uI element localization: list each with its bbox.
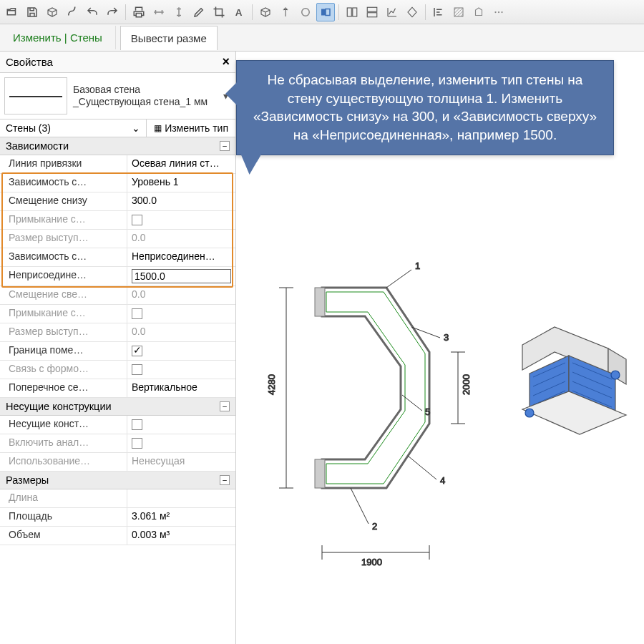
property-row[interactable]: Площадь3.061 м²	[0, 508, 235, 527]
close-icon[interactable]: ×	[222, 54, 230, 69]
property-name: Примыкание с…	[0, 211, 127, 229]
property-value[interactable]	[127, 305, 235, 323]
shape-icon[interactable]	[469, 3, 488, 21]
property-name: Поперечное се…	[0, 379, 127, 397]
tag-3: 3	[444, 332, 449, 343]
checkbox[interactable]	[132, 346, 142, 356]
tag-4: 4	[440, 475, 445, 486]
property-row[interactable]: Примыкание с…	[0, 305, 235, 323]
property-input[interactable]	[132, 269, 231, 283]
panel-header: Свойства ×	[0, 52, 235, 73]
property-name: Размер выступ…	[0, 323, 127, 341]
svg-rect-4	[347, 8, 351, 16]
property-value[interactable]: 0.0	[127, 323, 235, 341]
text-icon[interactable]: A	[230, 3, 248, 21]
svg-point-9	[494, 11, 496, 12]
checkbox	[132, 364, 142, 375]
property-row[interactable]: Зависимость с…Неприсоединен…	[0, 248, 235, 267]
category-structural[interactable]: Несущие конструкции–	[0, 398, 235, 416]
property-row[interactable]: Включить анал…	[0, 434, 235, 453]
property-value[interactable]	[127, 434, 235, 452]
property-row[interactable]: Смещение снизу300.0	[0, 192, 235, 211]
pencil-icon[interactable]	[190, 3, 208, 21]
save-icon[interactable]	[23, 3, 42, 21]
property-name: Смещение снизу	[0, 192, 127, 210]
property-value[interactable]	[127, 416, 235, 434]
property-row[interactable]: Связь с формо…	[0, 361, 235, 379]
category-constraints[interactable]: Зависимости–	[0, 137, 235, 155]
ribbon-tab-modify[interactable]: Изменить | Стены	[0, 26, 116, 49]
property-row[interactable]: Смещение све…0.0	[0, 286, 235, 305]
property-name: Несущие конст…	[0, 416, 127, 434]
align-left-icon[interactable]	[429, 3, 448, 21]
property-name: Зависимость с…	[0, 248, 127, 266]
split2-icon[interactable]	[363, 3, 381, 21]
more-icon[interactable]	[489, 3, 508, 21]
pipe-icon[interactable]	[63, 3, 82, 21]
property-row[interactable]: Несущие конст…	[0, 416, 235, 434]
property-value[interactable]: Вертикальное	[127, 379, 235, 397]
hatch-icon[interactable]	[449, 3, 468, 21]
property-name: Включить анал…	[0, 434, 127, 452]
property-row[interactable]: Размер выступ…0.0	[0, 323, 235, 342]
checkbox[interactable]	[132, 419, 142, 430]
crop-icon[interactable]	[210, 3, 228, 21]
redo-icon[interactable]	[103, 3, 122, 21]
property-value[interactable]	[127, 342, 235, 360]
property-name: Объем	[0, 527, 127, 545]
property-row[interactable]: Граница поме…	[0, 342, 235, 361]
svg-rect-2	[321, 9, 326, 15]
property-name: Длина	[0, 489, 127, 507]
category-dimensions[interactable]: Размеры–	[0, 472, 235, 489]
cube2-icon[interactable]	[256, 3, 275, 21]
graph-icon[interactable]	[383, 3, 401, 21]
property-value[interactable]	[127, 361, 235, 379]
type-name: Базовая стена _Существующая стена_1 мм	[73, 84, 220, 109]
ribbon-tab-dimension[interactable]: Вывести разме	[120, 26, 218, 50]
diamond-icon[interactable]	[403, 3, 421, 21]
property-value[interactable]: 0.003 м³	[127, 527, 235, 545]
cube-icon[interactable]	[43, 3, 62, 21]
property-value[interactable]: 0.0	[127, 286, 235, 304]
arrow-icon[interactable]	[276, 3, 295, 21]
open-icon[interactable]	[3, 3, 21, 21]
iso-drawing	[501, 295, 637, 452]
property-row[interactable]: Линия привязкиОсевая линия ст…	[0, 155, 235, 174]
tag-1: 1	[415, 260, 420, 271]
property-value[interactable]	[127, 267, 235, 286]
property-value[interactable]: Ненесущая	[127, 453, 235, 471]
property-value[interactable]: 3.061 м²	[127, 508, 235, 526]
svg-point-31	[525, 409, 534, 417]
property-row[interactable]: Объем0.003 м³	[0, 527, 235, 545]
drawing-canvas[interactable]: Не сбрасывая выделение, изменить тип сте…	[236, 52, 644, 644]
type-thumbnail	[4, 77, 67, 114]
property-row[interactable]: Зависимость с…Уровень 1	[0, 174, 235, 192]
property-value[interactable]: Неприсоединен…	[127, 248, 235, 266]
split1-icon[interactable]	[343, 3, 361, 21]
property-value[interactable]: 300.0	[127, 192, 235, 210]
property-value[interactable]	[127, 211, 235, 229]
half-icon[interactable]	[316, 3, 335, 21]
property-value[interactable]: 0.0	[127, 230, 235, 248]
checkbox	[132, 215, 142, 225]
property-row[interactable]: Неприсоедине…	[0, 267, 235, 286]
svg-point-1	[302, 8, 310, 16]
print-icon[interactable]	[130, 3, 148, 21]
property-row[interactable]: Поперечное се…Вертикальное	[0, 379, 235, 398]
plan-drawing: 1 2 3 4 5 1900 4280 2000	[243, 252, 479, 581]
undo-icon[interactable]	[83, 3, 102, 21]
property-value[interactable]: Осевая линия ст…	[127, 155, 235, 173]
property-value[interactable]	[127, 489, 235, 507]
property-row[interactable]: Примыкание с…	[0, 211, 235, 230]
property-row[interactable]: Длина	[0, 489, 235, 508]
property-value[interactable]: Уровень 1	[127, 174, 235, 192]
align-v-icon[interactable]	[170, 3, 188, 21]
property-row[interactable]: Размер выступ…0.0	[0, 230, 235, 248]
circle-icon[interactable]	[296, 3, 315, 21]
property-name: Связь с формо…	[0, 361, 127, 379]
type-selector[interactable]: Базовая стена _Существующая стена_1 мм ▾	[0, 73, 235, 119]
edit-type-button[interactable]: ▦Изменить тип	[147, 119, 235, 137]
instance-filter[interactable]: Стены (3) ⌄	[0, 119, 147, 137]
align-h-icon[interactable]	[150, 3, 168, 21]
property-row[interactable]: Использование…Ненесущая	[0, 453, 235, 472]
